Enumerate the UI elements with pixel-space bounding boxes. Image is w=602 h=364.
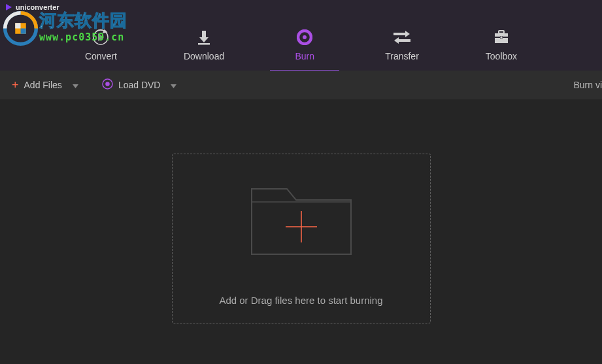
tab-download[interactable]: Download [175,14,233,71]
svg-point-23 [106,82,109,86]
tab-label: Toolbox [486,51,517,61]
tab-toolbox[interactable]: Toolbox [477,14,526,71]
svg-rect-18 [495,38,508,43]
convert-icon [92,29,109,46]
action-bar: + Add Files Load DVD Burn vi [0,71,602,99]
tab-transfer[interactable]: Transfer [376,14,428,71]
burn-info-text: Burn vi [573,80,602,90]
tab-label: Transfer [385,51,419,61]
svg-rect-14 [397,39,410,42]
svg-point-11 [303,35,307,39]
tab-label: Convert [85,51,117,61]
burn-icon [297,29,312,46]
toolbox-icon [493,29,509,46]
tab-label: Burn [295,51,314,61]
tab-burn[interactable]: Burn [282,14,327,71]
svg-rect-9 [198,43,210,45]
svg-marker-8 [199,37,209,42]
svg-rect-20 [500,37,502,39]
svg-marker-0 [6,4,12,10]
folder-icon [250,177,352,271]
main-area: Add or Drag files here to start burning [0,99,602,364]
app-icon [4,3,13,12]
add-files-label: Add Files [24,80,62,90]
svg-marker-15 [394,37,399,44]
svg-rect-16 [499,31,504,33]
svg-marker-13 [405,31,410,37]
load-dvd-button[interactable]: Load DVD [102,78,177,91]
svg-rect-12 [393,33,407,35]
plus-icon: + [12,78,19,92]
tab-convert[interactable]: Convert [76,14,126,71]
drop-zone[interactable]: Add or Drag files here to start burning [172,154,431,323]
drop-zone-text: Add or Drag files here to start burning [219,295,382,306]
app-title: uniconverter [16,3,59,11]
disc-icon [102,78,113,91]
transfer-icon [393,29,410,46]
download-icon [197,29,211,46]
tab-label: Download [184,51,224,61]
svg-marker-24 [171,84,176,88]
chevron-down-icon [73,80,78,90]
chevron-down-icon [171,80,176,90]
nav-tabs: Convert Download Burn [0,14,602,71]
add-files-button[interactable]: + Add Files [12,78,78,92]
svg-rect-7 [202,31,206,38]
load-dvd-label: Load DVD [118,80,161,90]
svg-marker-21 [73,84,78,88]
